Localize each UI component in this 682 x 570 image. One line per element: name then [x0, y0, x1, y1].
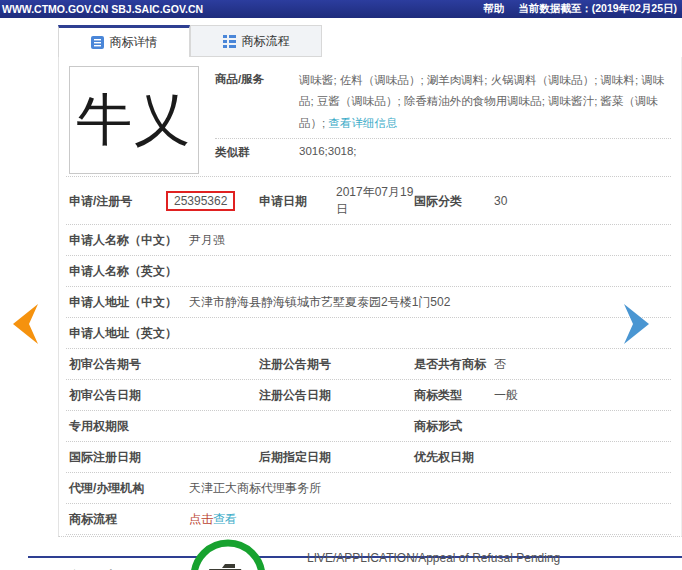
next-arrow-icon[interactable] — [622, 303, 652, 345]
data-until-text: 当前数据截至：(2019年02月25日) — [518, 2, 677, 16]
tab-bar: 商标详情 商标流程 — [58, 25, 322, 57]
row-trademark-flow: 商标流程 点击查看 — [66, 503, 671, 534]
trademark-type-value: 一般 — [494, 387, 671, 404]
row-applicant-address-cn: 申请人地址（中文） 天津市静海县静海镇城市艺墅夏泰园2号楼1门502 — [66, 286, 671, 317]
tab-label: 商标流程 — [242, 33, 290, 50]
row-application-number: 申请/注册号 25395362 申请日期 2017年07月19日 国际分类 30 — [66, 176, 671, 224]
field-label: 申请人名称（英文） — [69, 263, 189, 280]
tab-trademark-detail[interactable]: 商标详情 — [58, 25, 190, 57]
field-label: 申请人地址（中文） — [69, 294, 189, 311]
row-applicant-address-en: 申请人地址（英文） — [66, 317, 671, 348]
row-publication-dates: 初审公告日期 注册公告日期 商标类型 一般 — [66, 379, 671, 410]
detail-rows: 申请/注册号 25395362 申请日期 2017年07月19日 国际分类 30… — [66, 176, 671, 570]
field-label: 注册公告日期 — [259, 387, 414, 404]
trademark-section: 牛乂 商品/服务 调味酱; 佐料（调味品）; 涮羊肉调料; 火锅调料（调味品）;… — [66, 57, 671, 176]
field-label: 商标形式 — [414, 418, 494, 435]
row-agent: 代理/办理机构 天津正大商标代理事务所 — [66, 472, 671, 503]
application-number-highlight: 25395362 — [166, 191, 235, 211]
field-label: 初审公告期号 — [69, 356, 259, 373]
field-label: 申请日期 — [259, 193, 336, 210]
trademark-detail-panel: 牛乂 商品/服务 调味酱; 佐料（调味品）; 涮羊肉调料; 火锅调料（调味品）;… — [58, 57, 682, 537]
shared-trademark-value: 否 — [494, 356, 671, 373]
status-live-text: LIVE/APPLICATION/Appeal of Refusal Pendi… — [307, 551, 560, 565]
field-label: 是否共有商标 — [414, 356, 494, 373]
site-url-text: WWW.CTMO.GOV.CN SBJ.SAIC.GOV.CN — [2, 3, 203, 15]
field-label: 申请人地址（英文） — [69, 325, 189, 342]
field-label: 商标流程 — [69, 511, 189, 528]
intl-class-value: 30 — [494, 194, 671, 208]
row-trademark-status: 商标状态图标 LIVE/APPLICATION/Appeal of Refusa… — [66, 534, 671, 570]
document-icon — [91, 36, 104, 49]
agent-value: 天津正大商标代理事务所 — [189, 480, 671, 497]
top-bar: WWW.CTMO.GOV.CN SBJ.SAIC.GOV.CN 帮助 当前数据截… — [0, 0, 682, 18]
field-label: 国际分类 — [414, 193, 494, 210]
field-label: 代理/办理机构 — [69, 480, 189, 497]
trademark-mark-text: 牛乂 — [76, 92, 192, 148]
field-label: 专用权期限 — [69, 418, 259, 435]
goods-label: 商品/服务 — [215, 70, 299, 134]
row-international-dates: 国际注册日期 后期指定日期 优先权日期 — [66, 441, 671, 472]
row-applicant-name-en: 申请人名称（英文） — [66, 255, 671, 286]
field-label: 国际注册日期 — [69, 449, 259, 466]
field-label: 申请人名称（中文） — [69, 232, 189, 249]
trademark-status-icon — [189, 538, 267, 570]
row-publication-numbers: 初审公告期号 注册公告期号 是否共有商标 否 — [66, 348, 671, 379]
similar-group-value: 3016;3018; — [299, 143, 671, 160]
field-label: 商标类型 — [414, 387, 494, 404]
tab-label: 商标详情 — [110, 34, 158, 51]
click-to-view-link[interactable]: 点击查看 — [189, 512, 237, 526]
trademark-image: 牛乂 — [69, 66, 199, 174]
grid-icon — [223, 35, 236, 48]
application-date-value: 2017年07月19日 — [336, 184, 414, 218]
field-label: 优先权日期 — [414, 449, 494, 466]
help-link[interactable]: 帮助 — [483, 2, 504, 16]
view-detail-link[interactable]: 查看详细信息 — [328, 117, 397, 129]
field-label: 申请/注册号 — [69, 193, 174, 210]
field-label: 初审公告日期 — [69, 387, 259, 404]
applicant-name-cn-value: 尹月强 — [189, 232, 671, 249]
field-label: 后期指定日期 — [259, 449, 414, 466]
previous-arrow-icon[interactable] — [10, 303, 40, 345]
applicant-address-cn-value: 天津市静海县静海镇城市艺墅夏泰园2号楼1门502 — [189, 294, 671, 311]
row-applicant-name-cn: 申请人名称（中文） 尹月强 — [66, 224, 671, 255]
field-label: 注册公告期号 — [259, 356, 414, 373]
row-exclusive-term: 专用权期限 商标形式 — [66, 410, 671, 441]
tab-trademark-flow[interactable]: 商标流程 — [190, 25, 322, 57]
similar-group-label: 类似群 — [215, 143, 299, 160]
goods-text: 调味酱; 佐料（调味品）; 涮羊肉调料; 火锅调料（调味品）; 调味料; 调味品… — [299, 70, 671, 134]
